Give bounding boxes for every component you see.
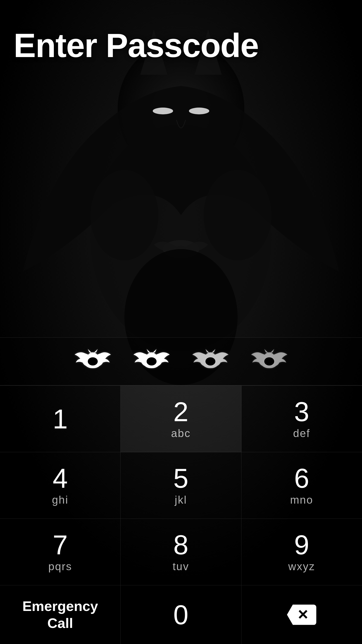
key-8[interactable]: 8 tuv (121, 519, 241, 585)
delete-button[interactable]: ✕ (241, 585, 362, 644)
key-9-number: 9 (294, 531, 309, 558)
key-7[interactable]: 7 pqrs (0, 519, 121, 585)
lock-screen: Enter Passcode (0, 0, 362, 644)
key-5-number: 5 (173, 465, 188, 492)
svg-marker-13 (94, 349, 98, 353)
key-5-letters: jkl (175, 494, 187, 506)
delete-x-symbol: ✕ (297, 607, 308, 623)
emergency-call-label: EmergencyCall (22, 598, 98, 632)
delete-icon: ✕ (287, 604, 316, 625)
svg-marker-22 (270, 349, 274, 353)
key-6-number: 6 (294, 465, 309, 492)
key-4-letters: ghi (52, 494, 68, 506)
key-0-number: 0 (173, 601, 188, 628)
svg-marker-21 (264, 349, 268, 353)
key-9-letters: wxyz (288, 560, 315, 573)
svg-marker-19 (212, 349, 215, 353)
passcode-dots (0, 338, 362, 386)
key-5[interactable]: 5 jkl (121, 452, 241, 519)
passcode-dot-1 (70, 347, 115, 376)
key-1[interactable]: 1 (0, 386, 121, 452)
key-3[interactable]: 3 def (241, 386, 362, 452)
key-4-number: 4 (53, 465, 68, 492)
emergency-call-button[interactable]: EmergencyCall (0, 585, 121, 644)
enter-passcode-title: Enter Passcode (13, 27, 349, 64)
key-6-letters: mno (290, 494, 313, 506)
key-7-number: 7 (53, 531, 68, 558)
title-section: Enter Passcode (0, 0, 362, 78)
key-1-number: 1 (53, 405, 68, 432)
key-4[interactable]: 4 ghi (0, 452, 121, 519)
batman-image-area (0, 78, 362, 338)
passcode-dot-4 (247, 347, 292, 376)
svg-marker-16 (153, 349, 157, 353)
key-2-letters: abc (171, 427, 191, 440)
key-9[interactable]: 9 wxyz (241, 519, 362, 585)
key-2[interactable]: 2 abc (121, 386, 241, 452)
svg-marker-18 (205, 349, 209, 353)
key-6[interactable]: 6 mno (241, 452, 362, 519)
key-3-number: 3 (294, 398, 309, 425)
key-7-letters: pqrs (48, 560, 72, 573)
svg-marker-12 (88, 349, 92, 353)
passcode-dot-3 (188, 347, 233, 376)
bottom-row: EmergencyCall 0 ✕ (0, 585, 362, 644)
svg-point-14 (147, 357, 157, 366)
svg-point-17 (205, 357, 215, 366)
svg-marker-15 (147, 349, 150, 353)
key-2-number: 2 (173, 398, 188, 425)
key-0[interactable]: 0 (121, 585, 241, 644)
keypad: 1 2 abc 3 def 4 ghi 5 jkl 6 mno 7 pqrs 8 (0, 386, 362, 585)
key-8-number: 8 (173, 531, 188, 558)
passcode-dot-2 (129, 347, 174, 376)
key-8-letters: tuv (173, 560, 189, 573)
svg-point-11 (88, 357, 98, 366)
svg-point-20 (264, 357, 274, 366)
key-3-letters: def (293, 427, 310, 440)
